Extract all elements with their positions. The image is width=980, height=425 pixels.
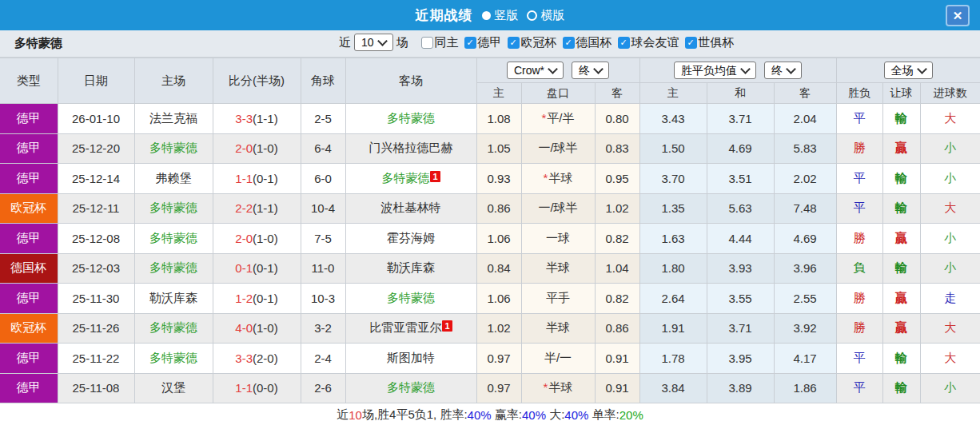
- cell-handicap-result: 贏: [882, 284, 920, 314]
- col-header-score: 比分(半场): [213, 58, 301, 104]
- cell-corners: 6-4: [301, 133, 345, 164]
- cell-handicap-result: 贏: [882, 224, 920, 254]
- odds-source-select[interactable]: Crow*: [507, 62, 564, 79]
- cell-corners: 11-0: [301, 253, 345, 284]
- fulltime-score: 2-0: [235, 232, 253, 245]
- cell-avg-away: 3.92: [774, 313, 836, 344]
- table-row: 德甲25-12-20多特蒙德2-0(1-0)6-4门兴格拉德巴赫1.05一/球半…: [0, 133, 980, 164]
- result-scope-select[interactable]: 全场: [884, 62, 933, 79]
- cell-result: 勝: [836, 224, 882, 254]
- cell-home-team: 法兰克福: [134, 104, 213, 134]
- footer-stat-segment: 大:: [546, 407, 564, 423]
- cell-score: 1-1(0-1): [213, 164, 301, 194]
- cell-goals-result: 小: [920, 133, 980, 164]
- cell-date: 25-12-03: [58, 253, 134, 284]
- titlebar: 近期战绩 竖版横版 ✕: [0, 0, 980, 30]
- checkbox-unchecked-icon[interactable]: [421, 37, 433, 49]
- close-icon: ✕: [953, 9, 963, 23]
- cell-home-team: 汉堡: [134, 373, 213, 403]
- avg-odds-select[interactable]: 胜平负均值: [674, 62, 756, 79]
- checkbox-checked-icon[interactable]: ✓: [464, 37, 476, 49]
- checkbox-checked-icon[interactable]: ✓: [618, 37, 630, 49]
- competition-badge: 欧冠杯: [0, 193, 58, 224]
- cell-avg-home: 2.64: [639, 284, 707, 314]
- cell-avg-home: 1.50: [639, 133, 707, 164]
- select-value: 终: [579, 64, 590, 77]
- cell-avg-away: 4.17: [774, 344, 836, 374]
- cell-odds-home: 0.86: [476, 193, 521, 224]
- cell-handicap-result: 輸: [882, 104, 920, 134]
- fulltime-score: 3-3: [235, 112, 253, 125]
- checkbox-checked-icon[interactable]: ✓: [508, 37, 520, 49]
- card-count-badge: 1: [442, 320, 452, 332]
- col-header-home: 主场: [134, 58, 213, 104]
- odds-stage-select[interactable]: 终: [572, 62, 609, 79]
- filter-checkbox-item[interactable]: ✓德甲: [464, 35, 502, 50]
- cell-result: 勝: [836, 284, 882, 314]
- cell-home-team: 多特蒙德: [134, 224, 213, 254]
- halftime-score: (2-0): [253, 352, 278, 365]
- footer-stat-segment: 场,胜4平5负1, 胜率:: [362, 407, 468, 423]
- avg-stage-select[interactable]: 终: [764, 62, 802, 79]
- select-value: 终: [771, 64, 783, 77]
- halftime-score: (0-0): [253, 381, 278, 395]
- halftime-score: (1-1): [253, 201, 278, 215]
- col-header-date: 日期: [58, 58, 134, 104]
- cell-corners: 7-5: [301, 224, 345, 254]
- checkbox-label: 世俱杯: [699, 35, 735, 50]
- cell-odds-away: 1.02: [595, 193, 639, 224]
- checkbox-label: 球会友谊: [631, 35, 679, 50]
- table-row: 德甲25-11-30勒沃库森1-2(0-1)10-3多特蒙德1.06平手0.82…: [0, 284, 980, 314]
- filter-checkbox-item[interactable]: ✓世俱杯: [685, 35, 735, 50]
- cell-odds-home: 0.84: [476, 253, 521, 284]
- cell-corners: 2-4: [301, 344, 345, 374]
- cell-avg-away: 5.83: [774, 133, 836, 164]
- cell-corners: 3-2: [301, 313, 345, 344]
- table-row: 德甲25-11-22多特蒙德3-3(2-0)2-4斯图加特0.97半/一0.91…: [0, 344, 980, 374]
- footer-stat-segment: 20%: [619, 408, 643, 422]
- filter-checkbox-item[interactable]: ✓球会友谊: [618, 35, 679, 50]
- fulltime-score: 4-0: [235, 321, 253, 335]
- view-mode-radio[interactable]: 竖版: [482, 8, 519, 23]
- team-name-text: 多特蒙德: [149, 351, 197, 364]
- view-mode-radio[interactable]: 横版: [527, 8, 565, 23]
- asterisk-marker: *: [544, 380, 548, 394]
- sub-header-avg-away: 客: [774, 83, 836, 104]
- checkbox-checked-icon[interactable]: ✓: [685, 37, 697, 49]
- cell-handicap: 一球: [521, 224, 595, 254]
- cell-avg-away: 2.04: [774, 104, 836, 134]
- team-name-text: 多特蒙德: [387, 380, 435, 394]
- cell-corners: 2-6: [301, 373, 345, 403]
- panel-title: 近期战绩: [416, 6, 473, 25]
- checkbox-checked-icon[interactable]: ✓: [563, 37, 575, 49]
- filter-checkbox-item[interactable]: ✓欧冠杯: [508, 35, 557, 50]
- title-group: 近期战绩 竖版横版: [416, 6, 565, 25]
- cell-handicap-result: 輸: [882, 193, 920, 224]
- cell-home-team: 多特蒙德: [134, 344, 213, 374]
- chevron-down-icon: [917, 64, 927, 74]
- halftime-score: (0-1): [253, 172, 278, 185]
- sub-header-avg-home: 主: [639, 83, 707, 104]
- cell-home-team: 多特蒙德: [134, 193, 213, 224]
- card-count-badge: 1: [430, 171, 440, 182]
- table-row: 德甲26-01-10法兰克福3-3(1-1)2-5多特蒙德1.08*平/半0.8…: [0, 104, 980, 134]
- close-button[interactable]: ✕: [946, 5, 970, 26]
- cell-goals-result: 小: [920, 373, 980, 403]
- cell-handicap-result: 贏: [882, 133, 920, 164]
- competition-badge: 德甲: [0, 373, 58, 403]
- recent-suffix-label: 场: [396, 35, 408, 50]
- competition-badge: 德甲: [0, 164, 58, 194]
- filter-checkbox-item[interactable]: 同主: [421, 35, 459, 50]
- team-name-text: 多特蒙德: [149, 260, 197, 274]
- fulltime-score: 1-2: [235, 292, 253, 305]
- filter-controls: 近 10 场 同主✓德甲✓欧冠杯✓德国杯✓球会友谊✓世俱杯: [336, 34, 735, 51]
- fulltime-score: 0-1: [235, 261, 253, 275]
- recent-count-select[interactable]: 10: [354, 34, 393, 51]
- sub-header-odds-away: 客: [595, 83, 639, 104]
- competition-badge: 德国杯: [0, 253, 58, 284]
- cell-avg-home: 1.91: [639, 313, 707, 344]
- filter-checkbox-item[interactable]: ✓德国杯: [563, 35, 612, 50]
- cell-avg-home: 1.80: [639, 253, 707, 284]
- col-header-corner: 角球: [301, 58, 345, 104]
- select-value: 全场: [891, 64, 914, 77]
